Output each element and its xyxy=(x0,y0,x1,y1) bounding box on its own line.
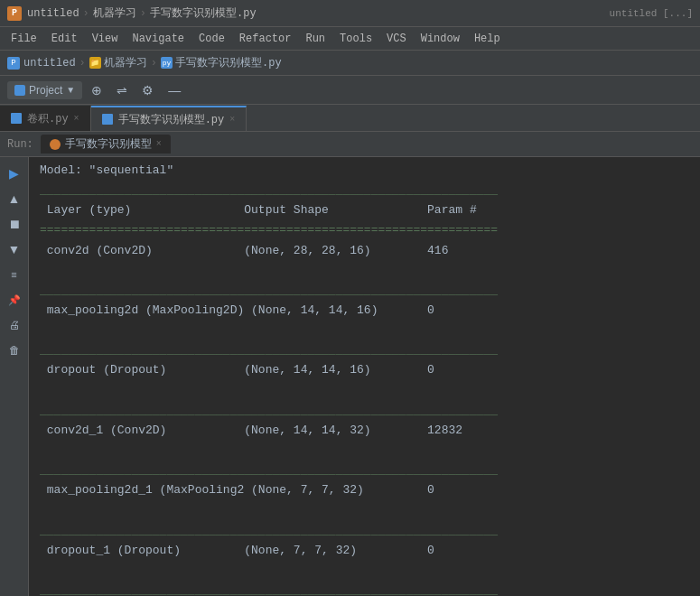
menu-view[interactable]: View xyxy=(85,31,126,47)
output-line: ________________________________________… xyxy=(29,340,700,360)
breadcrumb-file-item[interactable]: py 手写数字识别模型.py xyxy=(161,55,282,70)
scroll-down-button[interactable]: ▼ xyxy=(4,238,25,260)
menu-run[interactable]: Run xyxy=(298,31,332,47)
editor-tabs: 卷积.py × 手写数字识别模型.py × xyxy=(0,105,700,132)
folder-icon: 📁 xyxy=(89,57,101,69)
toolbar-layout-btn[interactable]: ⇌ xyxy=(111,80,133,100)
menu-help[interactable]: Help xyxy=(467,31,508,47)
output-line: max_pooling2d (MaxPooling2D) (None, 14, … xyxy=(29,301,700,321)
menubar: File Edit View Navigate Code Refactor Ru… xyxy=(0,27,700,51)
tab-juanji[interactable]: 卷积.py × xyxy=(0,106,91,131)
output-line: ________________________________________… xyxy=(29,581,700,596)
window-title: untitled [...] xyxy=(610,8,693,19)
run-tab-icon xyxy=(50,139,61,150)
menu-edit[interactable]: Edit xyxy=(44,31,85,47)
run-tab-model[interactable]: 手写数字识别模型 × xyxy=(41,135,171,154)
toolbar-settings-btn[interactable]: ⚙ xyxy=(136,80,159,100)
output-line: ________________________________________… xyxy=(29,401,700,421)
output-line: ========================================… xyxy=(29,220,700,240)
menu-navigate[interactable]: Navigate xyxy=(125,31,191,47)
project-btn-arrow: ▼ xyxy=(66,85,75,95)
titlebar-folder: 机器学习 xyxy=(93,5,136,21)
project-icon: P xyxy=(7,57,20,70)
output-line: ________________________________________… xyxy=(29,181,700,200)
tab-juanji-label: 卷积.py xyxy=(27,111,69,126)
output-line: conv2d (Conv2D) (None, 28, 28, 16) 416 xyxy=(29,241,700,261)
run-tab-close[interactable]: × xyxy=(156,139,162,149)
output-line: Layer (type) Output Shape Param # xyxy=(29,200,700,220)
output-line: dropout_1 (Dropout) (None, 7, 7, 32) 0 xyxy=(29,541,700,561)
menu-vcs[interactable]: VCS xyxy=(379,31,414,47)
output-line: ________________________________________… xyxy=(29,521,700,541)
output-line xyxy=(29,321,700,340)
run-tab-label: 手写数字识别模型 xyxy=(65,136,152,152)
breadcrumb-project[interactable]: untitled xyxy=(23,57,76,70)
output-line xyxy=(29,261,700,281)
project-button[interactable]: Project ▼ xyxy=(7,81,82,99)
output-line xyxy=(29,441,700,461)
stop-button[interactable]: ⏹ xyxy=(4,213,25,235)
titlebar-file: 手写数字识别模型.py xyxy=(150,5,257,21)
tab-model-close[interactable]: × xyxy=(229,115,235,125)
rerun-button[interactable]: ≡ xyxy=(4,264,25,285)
breadcrumb: P untitled › 📁 机器学习 › py 手写数字识别模型.py xyxy=(0,51,700,76)
project-toolbar: Project ▼ ⊕ ⇌ ⚙ — xyxy=(0,76,700,105)
tab-model-icon xyxy=(102,114,113,125)
run-button[interactable]: ▶ xyxy=(4,163,25,184)
print-button[interactable]: 🖨 xyxy=(4,314,25,336)
output-line: ________________________________________… xyxy=(29,461,700,480)
main-area: ▶ ▲ ⏹ ▼ ≡ 📌 🖨 🗑 Model: "sequential"_____… xyxy=(0,157,700,596)
output-line xyxy=(29,500,700,520)
titlebar-project: untitled xyxy=(27,7,79,20)
pin-button[interactable]: 📌 xyxy=(4,289,25,311)
toolbar-minimize-btn[interactable]: — xyxy=(163,80,186,100)
clear-button[interactable]: 🗑 xyxy=(4,340,25,361)
output-line: Model: "sequential" xyxy=(29,161,700,181)
project-btn-icon xyxy=(14,85,25,96)
output-line: conv2d_1 (Conv2D) (None, 14, 14, 32) 128… xyxy=(29,421,700,441)
output-area[interactable]: Model: "sequential"_____________________… xyxy=(29,157,700,596)
file-icon: py xyxy=(161,57,173,69)
project-btn-label: Project xyxy=(29,84,62,97)
output-line xyxy=(29,381,700,401)
output-line xyxy=(29,561,700,581)
run-label: Run: xyxy=(7,138,33,151)
titlebar: P untitled › 机器学习 › 手写数字识别模型.py untitled… xyxy=(0,0,700,27)
run-tab-bar: Run: 手写数字识别模型 × xyxy=(0,132,700,157)
breadcrumb-folder-item[interactable]: 📁 机器学习 xyxy=(89,55,147,70)
tab-model[interactable]: 手写数字识别模型.py × xyxy=(91,106,247,131)
breadcrumb-folder-label: 机器学习 xyxy=(104,55,147,70)
output-line: max_pooling2d_1 (MaxPooling2 (None, 7, 7… xyxy=(29,480,700,500)
tab-model-label: 手写数字识别模型.py xyxy=(118,112,225,127)
breadcrumb-filename: 手写数字识别模型.py xyxy=(175,55,282,70)
tab-juanji-icon xyxy=(11,113,22,124)
output-line: dropout (Dropout) (None, 14, 14, 16) 0 xyxy=(29,360,700,380)
toolbar-add-btn[interactable]: ⊕ xyxy=(86,80,107,100)
menu-tools[interactable]: Tools xyxy=(332,31,379,47)
scroll-up-button[interactable]: ▲ xyxy=(4,188,25,210)
menu-file[interactable]: File xyxy=(4,31,44,47)
tab-juanji-close[interactable]: × xyxy=(74,114,79,124)
app-icon: P xyxy=(7,6,22,21)
menu-code[interactable]: Code xyxy=(191,31,232,47)
side-toolbar: ▶ ▲ ⏹ ▼ ≡ 📌 🖨 🗑 xyxy=(0,157,29,596)
menu-window[interactable]: Window xyxy=(414,31,467,47)
output-line: ________________________________________… xyxy=(29,281,700,301)
menu-refactor[interactable]: Refactor xyxy=(232,31,299,47)
